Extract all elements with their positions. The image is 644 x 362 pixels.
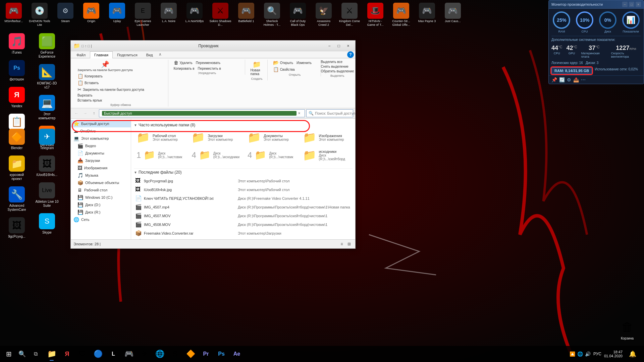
sidebar-item-onedrive[interactable]: ☁ OneDrive [71, 127, 131, 135]
top-icon-msiafterburner[interactable]: 🎮 MSIAfterbur... [2, 2, 26, 28]
folder-item-ishodniki[interactable]: 📁 исходники Диск (R:)\...\скейтборд [300, 147, 353, 163]
top-icon-daemon[interactable]: 💿 DAEMON Tools Lite [28, 2, 52, 28]
sidebar-item-network[interactable]: 🌐 Сеть [71, 216, 131, 223]
taskbar-app-steam[interactable]: 🎮 [121, 347, 136, 361]
top-icon-steam[interactable]: ⚙ Steam [53, 2, 77, 28]
perf-close-btn[interactable]: × [636, 2, 641, 7]
top-icon-origin[interactable]: 🎮 Origin [79, 2, 103, 28]
rename-btn[interactable]: Переименовать [195, 61, 222, 65]
top-icon-assassin[interactable]: 🦅 Assassins Creed 2 [312, 2, 336, 28]
taskbar-app-skype[interactable]: S [168, 347, 182, 361]
file-row-0[interactable]: 🖼 9gcPcyvgma0.jpg Этот компьютер\Рабочий… [134, 177, 353, 185]
tray-expand-icon[interactable]: 🔼 [570, 351, 575, 357]
deselect-btn[interactable]: Снять выделение [319, 64, 355, 69]
ribbon-tab-share[interactable]: Поделиться [113, 51, 142, 58]
sidebar-item-diskr[interactable]: 💾 Диск (R:) [71, 208, 131, 216]
folder-item-downloads[interactable]: 📁 Загрузки Этот компьютер [189, 130, 242, 145]
taskbar-app-blender[interactable]: 🔶 [183, 347, 198, 361]
desktop-icon-iuoob[interactable]: 🖼 iUooB16h4s... [34, 154, 60, 178]
perf-share-btn[interactable]: 📤 [573, 77, 579, 82]
top-icon-counter[interactable]: 🎮 Counter-Str... Global Offe... [389, 2, 413, 28]
perf-more-btn[interactable]: ⋯ [581, 77, 586, 82]
desktop-icon-kompas[interactable]: 📐 КОМПАС-3D v17 [34, 63, 60, 91]
search-input[interactable] [315, 111, 361, 115]
taskbar-clock[interactable]: 18:47 01.04.2020 [604, 350, 623, 358]
address-box[interactable]: Быстрый доступ × [99, 109, 305, 117]
tray-volume-icon[interactable]: 🔊 [585, 351, 591, 357]
paste-shortcut-btn[interactable]: Вставить ярлык [76, 98, 146, 103]
task-view-btn[interactable]: ⧉ [28, 347, 43, 361]
taskbar-app-chrome[interactable]: 🌐 [152, 347, 167, 361]
folder-item-desktop[interactable]: 📁 Рабочий стол Этот компьютер [134, 130, 186, 145]
new-folder-btn[interactable]: 📁 Новая папка [249, 60, 265, 76]
top-icon-hitman[interactable]: 🎩 HITMAN - Game of T... [363, 2, 387, 28]
taskbar-app-clock[interactable]: 🔵 [91, 347, 105, 361]
tray-network-icon[interactable]: 🌐 [577, 351, 583, 357]
top-icon-uplay[interactable]: 🎮 Uplay [105, 2, 129, 28]
file-row-1[interactable]: 🖼 iUooB16h4sk.jpg Этот компьютер\Рабочий… [134, 185, 353, 194]
top-icon-kingdom[interactable]: ⚔ Kingdom Come Del... [337, 2, 362, 28]
folder-item-4-ishodniki[interactable]: 4 📁 Диск (R:)\...\исходники [189, 147, 242, 163]
perf-maximize-btn[interactable]: □ [629, 2, 634, 7]
sidebar-item-3d[interactable]: 📦 Объемные объекты [71, 179, 131, 186]
taskbar-app-shield[interactable]: 🛡 [75, 347, 90, 361]
sidebar-item-images[interactable]: 🖼 Изображения [71, 164, 131, 172]
perf-gauge-show[interactable]: 📊 Показатели [621, 11, 641, 33]
top-icon-maxpayne[interactable]: 🎮 Max Payne 3 [415, 2, 439, 28]
close-btn[interactable]: × [344, 42, 353, 50]
taskbar-search-btn[interactable]: 🔍 [16, 348, 28, 360]
top-icon-sherlock[interactable]: 🔍 Sherlock Holmes - T... [260, 2, 284, 28]
desktop-icon-geforce[interactable]: 🟩 GeForce Experience [34, 32, 60, 60]
file-row-6[interactable]: 📦 Freemake.Video.Converter.rar Этот комп… [134, 229, 353, 238]
notification-btn[interactable]: 🔔 [625, 347, 640, 361]
desktop-icon-skype[interactable]: S Skype [34, 212, 60, 236]
file-row-3[interactable]: 🎬 IMG_4507.mp4 Диск (R:)\Программы\Проэк… [134, 203, 353, 212]
folder-item-1[interactable]: 1 📁 Диск (R:)\...\чистовик [134, 147, 186, 163]
moveto-btn[interactable]: Переместить в [196, 66, 222, 71]
cut-btn[interactable]: ✂ Закрепить на панели быстрого доступа [76, 86, 146, 93]
select-all-btn[interactable]: Выделить все [319, 60, 355, 64]
nav-forward-btn[interactable]: → [82, 110, 89, 117]
perf-minimize-btn[interactable]: − [622, 2, 628, 7]
sidebar-item-downloads[interactable]: 📥 Загрузки [71, 157, 131, 164]
top-icon-battlefield1[interactable]: 🎮 Battlefield 1 [234, 2, 258, 28]
paste-btn[interactable]: 📋 Вставить [76, 80, 146, 86]
pin-quickaccess-btn[interactable]: 📌 Закрепить на панели быстрого доступа [76, 60, 134, 72]
folder-item-4-chistovik[interactable]: 4 📁 Диск (R:)\...\чистовик [245, 147, 297, 163]
taskbar-app-live[interactable]: L [106, 347, 121, 361]
taskbar-app-photoshop[interactable]: Ps [214, 347, 229, 361]
sidebar-item-desktop[interactable]: 🖥 Рабочий стол [71, 186, 131, 194]
sidebar-item-quick[interactable]: ⭐ Быстрый доступ [71, 120, 131, 127]
perf-refresh-btn[interactable]: 🔄 [559, 77, 565, 82]
folder-item-documents[interactable]: 📁 Документы Этот компьютер [245, 130, 297, 145]
sidebar-item-docs[interactable]: 📄 Документы [71, 149, 131, 157]
ribbon-tab-view[interactable]: Вид [142, 51, 157, 58]
list-view-btn[interactable]: ≡ [338, 241, 345, 247]
desktop-icon-ableton[interactable]: Live Ableton Live 10 Suite [34, 181, 60, 209]
sidebar-item-win10[interactable]: 💾 Windows 10 (C:) [71, 194, 131, 201]
top-icon-epic[interactable]: E Epic Games Launcher [131, 2, 155, 28]
copy-btn[interactable]: 📋 Копировать [76, 73, 146, 79]
recycle-bin-icon[interactable]: 🗑 Корзина [614, 318, 641, 342]
desktop-icon-9gcpcyvg[interactable]: 🖼 9gcPcyvg... [3, 216, 30, 240]
taskbar-app-explorer[interactable]: 📁 [44, 347, 59, 361]
desktop-icon-photoshop[interactable]: Ps фотошон [3, 59, 30, 83]
desktop-icon-telegram[interactable]: ✈ Telegram [34, 127, 60, 152]
sidebar-item-music[interactable]: 🎵 Музыка [71, 172, 131, 179]
top-icon-justcause[interactable]: 🎮 Just Caus... [441, 2, 465, 28]
nav-up-btn[interactable]: ↑ [90, 110, 98, 117]
sidebar-item-diskd[interactable]: 💾 Диск (D:) [71, 201, 131, 208]
grid-view-btn[interactable]: ⊞ [346, 241, 353, 247]
sidebar-item-video[interactable]: 🎬 Видео [71, 142, 131, 149]
perf-pin-btn[interactable]: 📌 [551, 77, 557, 82]
top-icon-lanoire50[interactable]: 🎮 L.A.Noir50fps [182, 2, 207, 28]
edit-btn[interactable]: Изменить [295, 61, 313, 65]
file-row-7[interactable]: 🎵 теньП.wav Windows 10 (C:)\ProgramData\… [134, 238, 353, 239]
file-row-5[interactable]: 🎬 IMG_4508.MOV Диск (R:)\Программы\Проэк… [134, 220, 353, 229]
taskbar-app-yandex[interactable]: Я [60, 347, 74, 361]
start-btn[interactable]: ⊞ [1, 347, 16, 361]
desktop-icon-kursovoy[interactable]: 📁 курсовой проект [3, 154, 30, 182]
file-row-2[interactable]: 📄 Ключ ЧИТАТЬ ПЕРЕД УСТАНОВКОЙ!.txt Диск… [134, 194, 353, 203]
desktop-icon-yandex[interactable]: Я Yandex [3, 85, 30, 110]
ribbon-collapse-btn[interactable]: ∧ [157, 51, 163, 58]
